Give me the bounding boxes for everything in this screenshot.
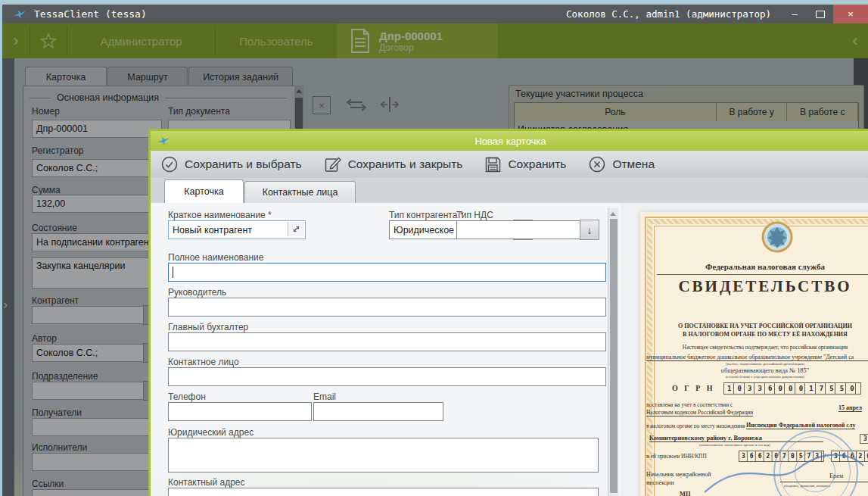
- button-label: Сохранить и закрыть: [348, 158, 463, 171]
- signature-stroke: [701, 439, 867, 496]
- email-input[interactable]: [313, 402, 443, 421]
- dialog-titlebar[interactable]: Новая карточка: [151, 131, 868, 151]
- cert-subtitle2: В НАЛОГОВОМ ОРГАНЕ ПО МЕСТУ ЕЁ НАХОЖДЕНИ…: [640, 331, 868, 338]
- dialog-scrollbar[interactable]: [608, 208, 618, 496]
- phone-input[interactable]: [168, 402, 312, 421]
- dialog-tab-card[interactable]: Карточка: [164, 179, 244, 203]
- dialog-title: Новая карточка: [151, 136, 868, 147]
- coat-of-arms-icon: [761, 221, 793, 253]
- tab-label: Карточка: [184, 186, 223, 197]
- cert-agency: Федеральная налоговая служба: [640, 262, 868, 271]
- cert-subtitle1: О ПОСТАНОВКЕ НА УЧЕТ РОССИЙСКОЙ ОРГАНИЗА…: [640, 323, 868, 329]
- cancel-circle-icon: [589, 156, 605, 173]
- contact-person-input[interactable]: [168, 367, 606, 386]
- chief-accountant-input[interactable]: [168, 332, 606, 351]
- field-label-contact-address: Контактный адрес: [168, 477, 245, 488]
- dialog-tab-contacts[interactable]: Контактные лица: [244, 181, 356, 203]
- new-card-dialog: Новая карточка Сохранить и выбрать Сохра…: [148, 129, 868, 496]
- cert-chief-line2: инспекции: [646, 479, 674, 486]
- field-label-vat: Тип НДС: [456, 210, 493, 220]
- field-label-legal-address: Юридический адрес: [168, 427, 254, 438]
- file-preview-panel: Фор Код по Федеральная налоговая служба …: [621, 203, 868, 496]
- cert-tax-office-line: в налоговом органе по месту нахождения: [646, 423, 745, 429]
- dialog-tabstrip: Карточка Контактные лица: [151, 178, 868, 203]
- dialog-toolbar: Сохранить и выбрать Сохранить и закрыть …: [151, 151, 868, 179]
- field-label-full-name: Полное наименование: [168, 252, 264, 263]
- scroll-up-icon: [610, 212, 616, 216]
- button-label: Сохранить и выбрать: [185, 158, 302, 171]
- save-button[interactable]: Сохранить: [485, 157, 566, 173]
- window-title: TessaClient (tessa): [34, 8, 147, 20]
- vat-type-dropdown-button[interactable]: ↓: [580, 220, 599, 240]
- head-input[interactable]: [168, 298, 606, 317]
- button-label: Отмена: [612, 158, 655, 171]
- maximize-button[interactable]: [807, 5, 833, 23]
- scrollbar-thumb[interactable]: [610, 219, 618, 493]
- dialog-form-area: Краткое наименование * Новый контрагент …: [151, 203, 868, 496]
- pencil-icon: [325, 156, 341, 173]
- field-label-short-name: Краткое наименование *: [168, 210, 272, 220]
- legal-address-textarea[interactable]: [168, 438, 599, 473]
- field-label-phone: Телефон: [168, 391, 206, 402]
- field-label-chief-accountant: Главный бухгалтер: [168, 322, 248, 332]
- cert-ogrn-digits: 1033600017550: [723, 382, 861, 395]
- vat-type-input[interactable]: [456, 220, 584, 239]
- cert-inn-label: и ей присвоен ИНН/КПП: [646, 453, 707, 460]
- button-label: Сохранить: [508, 158, 566, 171]
- close-button[interactable]: ×: [833, 5, 868, 23]
- check-circle-icon: [161, 156, 178, 173]
- window-titlebar: TessaClient (tessa) Соколов С.С., admin1…: [2, 5, 868, 23]
- cert-title: СВИДЕТЕЛЬСТВО: [640, 277, 868, 296]
- field-label-contact-person: Контактное лицо: [168, 357, 239, 367]
- cert-org-line1: муниципальное бюджетное дошкольное образ…: [646, 354, 868, 361]
- full-name-input[interactable]: [168, 263, 606, 282]
- input-value: Новый контрагент: [173, 225, 252, 236]
- save-icon: [485, 157, 501, 173]
- save-and-select-button[interactable]: Сохранить и выбрать: [161, 156, 302, 173]
- field-label-email: Email: [313, 391, 336, 402]
- certificate-scan: Фор Код по Федеральная налоговая служба …: [640, 212, 868, 496]
- cert-org-line2: общеразвивающего вида № 185": [640, 367, 868, 374]
- maximize-icon: [816, 11, 825, 18]
- short-name-input[interactable]: Новый контрагент: [168, 220, 306, 239]
- cancel-button[interactable]: Отмена: [589, 156, 655, 173]
- field-label-partner-type: Тип контрагента *: [389, 210, 463, 220]
- tessa-logo-icon: [13, 9, 26, 20]
- cert-org-note2: в соответствии с учредительными документ…: [640, 375, 868, 379]
- cert-mp-label: МП: [680, 491, 690, 496]
- expand-diagonal-icon: [292, 225, 300, 233]
- cert-registered-line2: Налоговым кодексом Российской Федерации: [646, 409, 753, 416]
- text-caret: [173, 267, 173, 278]
- cert-ogrn-label: О Г Р Н: [672, 384, 715, 392]
- cert-registered-line1: поставлена на учет в соответствии с: [646, 401, 733, 408]
- cert-tax-office-value: Инспекция Федеральной налоговой слу: [746, 422, 855, 429]
- cert-confirm-line: Настоящее свидетельство подтверждает, чт…: [640, 344, 868, 351]
- tab-label: Контактные лица: [263, 187, 338, 198]
- field-label-head: Руководитель: [168, 287, 226, 298]
- contact-address-textarea[interactable]: [168, 488, 599, 496]
- minimize-button[interactable]: –: [782, 5, 807, 23]
- current-user-label: Соколов С.С., admin1 (администратор): [566, 8, 771, 20]
- cert-date: 15 апрел: [838, 404, 862, 412]
- expand-field-button[interactable]: [288, 222, 304, 236]
- cert-org-note1: (полное наименование российской организа…: [640, 362, 868, 366]
- save-and-close-button[interactable]: Сохранить и закрыть: [325, 156, 463, 173]
